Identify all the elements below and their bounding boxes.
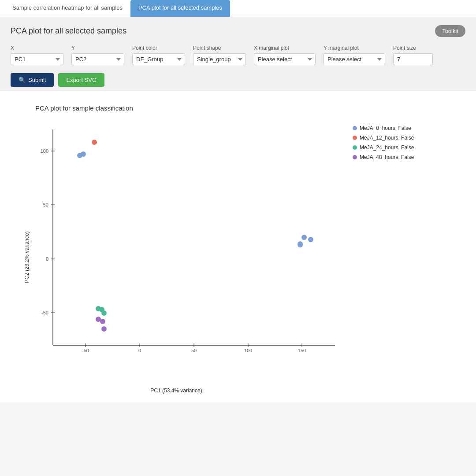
export-svg-button[interactable]: Export SVG (58, 73, 104, 87)
actions-row: 🔍 Submit Export SVG (11, 73, 465, 87)
legend-dot-2 (353, 145, 357, 150)
chart-container: PC2 (29.2% variance) 0 50 100 -50 (9, 121, 467, 394)
point (301, 235, 307, 240)
point (92, 140, 97, 145)
y-marginal-select[interactable]: Please select NoneHistogramBoxplot (324, 53, 385, 65)
tabs-bar: Sample correlation heatmap for all sampl… (0, 0, 476, 17)
y-select[interactable]: PC1PC2PC3 (71, 53, 124, 65)
x-marginal-group: X marginal plot Please select NoneHistog… (254, 45, 316, 65)
svg-text:100: 100 (41, 148, 48, 154)
point (101, 326, 107, 332)
point (100, 319, 105, 324)
legend: MeJA_0_hours, False MeJA_12_hours, False… (353, 121, 414, 160)
y-marginal-group: Y marginal plot Please select NoneHistog… (324, 45, 385, 65)
x-marginal-label: X marginal plot (254, 45, 316, 51)
point-size-input[interactable] (393, 53, 433, 65)
svg-text:150: 150 (298, 348, 306, 353)
legend-label-0: MeJA_0_hours, False (360, 125, 411, 131)
legend-dot-0 (353, 126, 357, 130)
point (81, 151, 86, 157)
submit-label: Submit (28, 77, 46, 83)
chart-title: PCA plot for sample classification (35, 104, 467, 112)
svg-text:50: 50 (191, 348, 197, 353)
point-color-select[interactable]: DE_GroupSampleNone (132, 53, 185, 65)
point-shape-select[interactable]: Single_groupMultiple (193, 53, 246, 65)
point-shape-label: Point shape (193, 45, 246, 51)
legend-item-3: MeJA_48_hours, False (353, 154, 414, 160)
point (298, 242, 303, 247)
panel-header: PCA plot for all selected samples Toolki… (0, 17, 476, 91)
svg-text:50: 50 (43, 202, 48, 207)
point-color-label: Point color (132, 45, 185, 51)
panel-title: PCA plot for all selected samples (11, 26, 126, 36)
y-marginal-label: Y marginal plot (324, 45, 385, 51)
search-icon: 🔍 (19, 77, 26, 83)
legend-item-0: MeJA_0_hours, False (353, 125, 414, 131)
x-select[interactable]: PC1PC2PC3 (11, 53, 63, 65)
svg-text:-50: -50 (41, 310, 48, 315)
point-size-label: Point size (393, 45, 433, 51)
chart-svg: 0 50 100 -50 -50 0 50 (26, 121, 344, 376)
legend-item-1: MeJA_12_hours, False (353, 135, 414, 141)
x-axis-label: PC1 (53.4% variance) (150, 387, 202, 394)
controls-row: X PC1PC2PC3 Y PC1PC2PC3 Point color DE_G… (11, 45, 465, 65)
point-shape-group: Point shape Single_groupMultiple (193, 45, 246, 65)
legend-dot-3 (353, 155, 357, 159)
svg-text:-50: -50 (82, 348, 89, 353)
x-control-group: X PC1PC2PC3 (11, 45, 63, 65)
svg-text:0: 0 (138, 348, 141, 353)
chart-section: PCA plot for sample classification PC2 (… (0, 91, 476, 402)
legend-item-2: MeJA_24_hours, False (353, 144, 414, 151)
point (308, 237, 313, 242)
point-size-group: Point size (393, 45, 433, 65)
legend-label-1: MeJA_12_hours, False (360, 135, 414, 141)
tab-heatmap[interactable]: Sample correlation heatmap for all sampl… (4, 0, 130, 17)
point (101, 310, 107, 316)
y-control-group: Y PC1PC2PC3 (71, 45, 124, 65)
x-label: X (11, 45, 63, 51)
tab-pca[interactable]: PCA plot for all selected samples (130, 0, 230, 17)
svg-text:0: 0 (46, 256, 48, 262)
chart-area: PC2 (29.2% variance) 0 50 100 -50 (9, 121, 344, 394)
toolkit-button[interactable]: Toolkit (435, 25, 465, 37)
svg-text:100: 100 (244, 348, 252, 353)
x-marginal-select[interactable]: Please select NoneHistogramBoxplot (254, 53, 316, 65)
legend-dot-1 (353, 136, 357, 140)
panel-title-row: PCA plot for all selected samples Toolki… (11, 25, 465, 37)
legend-label-2: MeJA_24_hours, False (360, 144, 414, 151)
legend-label-3: MeJA_48_hours, False (360, 154, 414, 160)
y-label: Y (71, 45, 124, 51)
submit-button[interactable]: 🔍 Submit (11, 73, 54, 87)
point-color-group: Point color DE_GroupSampleNone (132, 45, 185, 65)
